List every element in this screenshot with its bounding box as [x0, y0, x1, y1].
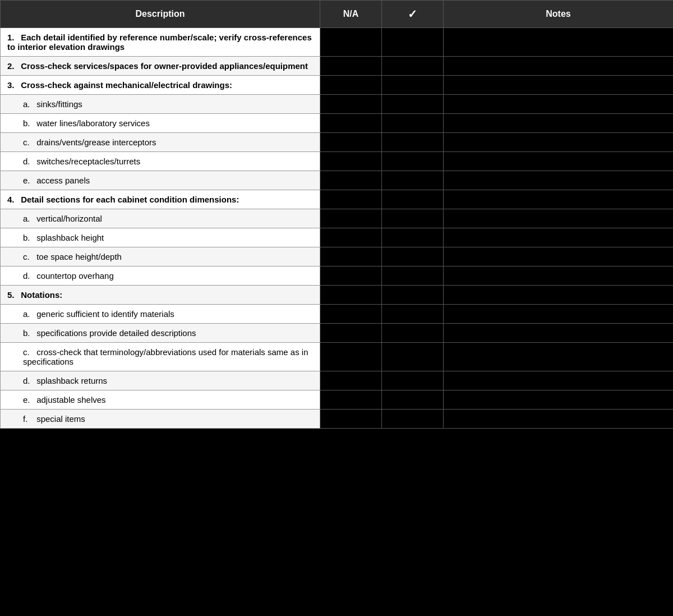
- check-cell: [382, 28, 444, 57]
- check-cell: [382, 57, 444, 76]
- table-row: 5. Notations:: [1, 286, 674, 305]
- na-cell: [320, 209, 382, 228]
- sub-letter: b.: [23, 118, 34, 128]
- description-cell: a. sinks/fittings: [1, 95, 320, 114]
- notes-header: Notes: [444, 1, 674, 28]
- notes-cell: [444, 190, 674, 209]
- table-row: d. countertop overhang: [1, 266, 674, 286]
- na-cell: [320, 152, 382, 171]
- description-cell: 1. Each detail identified by reference n…: [1, 28, 320, 57]
- na-cell: [320, 171, 382, 190]
- na-cell: [320, 371, 382, 390]
- na-cell: [320, 343, 382, 371]
- na-cell: [320, 133, 382, 152]
- table-row: c. drains/vents/grease interceptors: [1, 133, 674, 152]
- notes-cell: [444, 343, 674, 371]
- description-cell: a. vertical/horizontal: [1, 209, 320, 228]
- description-cell: d. switches/receptacles/turrets: [1, 152, 320, 171]
- table-row: d. splashback returns: [1, 371, 674, 390]
- sub-letter: c.: [23, 137, 34, 147]
- description-cell: 5. Notations:: [1, 286, 320, 305]
- table-row: f. special items: [1, 410, 674, 429]
- check-cell: [382, 371, 444, 390]
- table-row: c. cross-check that terminology/abbrevia…: [1, 343, 674, 371]
- table-row: 1. Each detail identified by reference n…: [1, 28, 674, 57]
- checklist-container: Description N/A ✓ Notes 1. Each detail i…: [0, 0, 673, 616]
- sub-letter: d.: [23, 157, 34, 166]
- check-cell: [382, 228, 444, 247]
- checklist-table: Description N/A ✓ Notes 1. Each detail i…: [0, 0, 673, 429]
- notes-cell: [444, 390, 674, 410]
- sub-letter: f.: [23, 414, 34, 424]
- na-cell: [320, 114, 382, 133]
- notes-cell: [444, 247, 674, 266]
- sub-letter: b.: [23, 328, 34, 338]
- table-row: b. specifications provide detailed descr…: [1, 324, 674, 343]
- description-cell: c. drains/vents/grease interceptors: [1, 133, 320, 152]
- description-cell: 2. Cross-check services/spaces for owner…: [1, 57, 320, 76]
- table-row: d. switches/receptacles/turrets: [1, 152, 674, 171]
- item-number: 1.: [7, 33, 19, 42]
- na-cell: [320, 95, 382, 114]
- na-cell: [320, 190, 382, 209]
- table-row: 4. Detail sections for each cabinet cond…: [1, 190, 674, 209]
- notes-cell: [444, 209, 674, 228]
- sub-letter: a.: [23, 99, 34, 109]
- notes-cell: [444, 371, 674, 390]
- notes-cell: [444, 133, 674, 152]
- na-cell: [320, 228, 382, 247]
- sub-letter: b.: [23, 233, 34, 242]
- description-cell: a. generic sufficient to identify materi…: [1, 305, 320, 324]
- description-cell: c. cross-check that terminology/abbrevia…: [1, 343, 320, 371]
- notes-cell: [444, 76, 674, 95]
- table-row: 3. Cross-check against mechanical/electr…: [1, 76, 674, 95]
- checkmark-icon: ✓: [408, 8, 417, 20]
- item-number: 5.: [7, 290, 19, 300]
- sub-letter: e.: [23, 395, 34, 404]
- description-cell: e. adjustable shelves: [1, 390, 320, 410]
- table-row: e. adjustable shelves: [1, 390, 674, 410]
- item-number: 2.: [7, 61, 19, 71]
- na-cell: [320, 305, 382, 324]
- na-cell: [320, 266, 382, 286]
- na-cell: [320, 57, 382, 76]
- notes-cell: [444, 152, 674, 171]
- table-row: a. sinks/fittings: [1, 95, 674, 114]
- sub-letter: d.: [23, 271, 34, 281]
- description-cell: d. splashback returns: [1, 371, 320, 390]
- na-cell: [320, 324, 382, 343]
- check-cell: [382, 95, 444, 114]
- description-header: Description: [1, 1, 320, 28]
- check-header: ✓: [382, 1, 444, 28]
- description-cell: b. water lines/laboratory services: [1, 114, 320, 133]
- check-cell: [382, 247, 444, 266]
- na-cell: [320, 28, 382, 57]
- sub-letter: e.: [23, 176, 34, 185]
- sub-letter: c.: [23, 347, 34, 357]
- notes-cell: [444, 95, 674, 114]
- description-cell: 4. Detail sections for each cabinet cond…: [1, 190, 320, 209]
- item-number: 3.: [7, 80, 19, 90]
- notes-cell: [444, 228, 674, 247]
- na-header: N/A: [320, 1, 382, 28]
- na-cell: [320, 76, 382, 95]
- sub-letter: a.: [23, 214, 34, 223]
- check-cell: [382, 390, 444, 410]
- description-cell: 3. Cross-check against mechanical/electr…: [1, 76, 320, 95]
- sub-letter: a.: [23, 309, 34, 319]
- description-cell: f. special items: [1, 410, 320, 429]
- description-cell: c. toe space height/depth: [1, 247, 320, 266]
- sub-letter: d.: [23, 376, 34, 385]
- na-cell: [320, 410, 382, 429]
- check-cell: [382, 410, 444, 429]
- check-cell: [382, 266, 444, 286]
- check-cell: [382, 190, 444, 209]
- description-cell: b. specifications provide detailed descr…: [1, 324, 320, 343]
- check-cell: [382, 133, 444, 152]
- na-cell: [320, 390, 382, 410]
- table-row: e. access panels: [1, 171, 674, 190]
- item-number: 4.: [7, 195, 19, 204]
- check-cell: [382, 286, 444, 305]
- table-row: a. vertical/horizontal: [1, 209, 674, 228]
- table-row: 2. Cross-check services/spaces for owner…: [1, 57, 674, 76]
